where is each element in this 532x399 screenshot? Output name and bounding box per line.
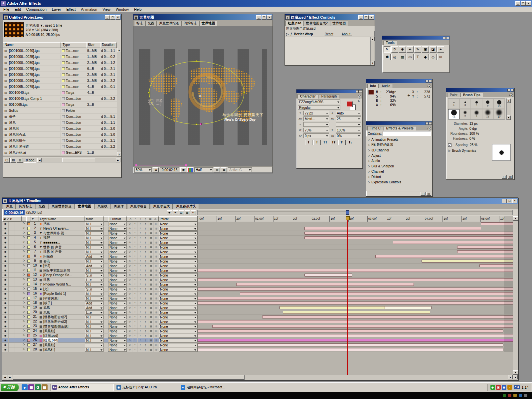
brush-property-value[interactable]: 13 px: [469, 122, 477, 125]
taskbar-task-button[interactable]: e 电白同乡论坛 - Microsof...: [179, 384, 242, 391]
layer-name-cell[interactable]: ▨ [红底.psd]: [39, 333, 85, 338]
layer-trkmat-select[interactable]: None: [108, 310, 127, 314]
app-maximize-button[interactable]: □: [521, 1, 526, 6]
layer-duration-bar[interactable]: [198, 278, 198, 281]
layer-expand-arrow[interactable]: ▷: [22, 250, 26, 254]
layer-label-swatch[interactable]: [26, 222, 31, 226]
layer-audio-toggle[interactable]: [9, 236, 15, 240]
layer-track[interactable]: [197, 301, 518, 305]
layer-trkmat-select[interactable]: None: [108, 227, 127, 231]
layer-expand-arrow[interactable]: ▷: [22, 254, 26, 259]
layer-lock-toggle[interactable]: [15, 333, 21, 338]
layer-expand-arrow[interactable]: ▷: [22, 259, 26, 263]
twirl-icon[interactable]: ▷: [368, 138, 370, 141]
layer-audio-toggle[interactable]: [9, 338, 15, 342]
layer-label-swatch[interactable]: [26, 329, 31, 333]
project-row[interactable]: ▨ Solids Folder: [3, 108, 121, 114]
layer-switches[interactable]: ⊙*/ƒ▦◎: [127, 343, 159, 347]
layer-lock-toggle[interactable]: [15, 268, 21, 273]
layer-name-cell[interactable]: T 与世界同步 视...: [39, 231, 85, 235]
layer-name-cell[interactable]: ■ [光]: [39, 287, 85, 291]
layer-expand-arrow[interactable]: ▷: [22, 282, 26, 287]
layer-parent-select[interactable]: None: [159, 334, 197, 338]
layer-duration-bar[interactable]: [198, 255, 198, 258]
tool-button[interactable]: ⊕: [399, 46, 406, 53]
layer-name-cell[interactable]: ▦ [凤凰柱]: [39, 347, 85, 352]
layer-visibility-toggle[interactable]: ◉: [2, 259, 9, 263]
layer-audio-toggle[interactable]: [9, 250, 15, 254]
layer-preserve-toggle[interactable]: [103, 254, 108, 259]
layer-trkmat-select[interactable]: None: [108, 338, 127, 342]
layer-trkmat-select[interactable]: None: [108, 306, 127, 310]
layer-lock-toggle[interactable]: [15, 324, 21, 328]
tab-time-controls[interactable]: Time C: [367, 126, 383, 130]
layer-name-cell[interactable]: ■ [Deep Orange So...: [39, 273, 85, 277]
layer-preserve-toggle[interactable]: [103, 282, 108, 287]
layer-preserve-toggle[interactable]: [103, 343, 108, 347]
layer-name[interactable]: [凤凰柱]: [43, 343, 55, 347]
layer-preserve-toggle[interactable]: [103, 222, 108, 226]
layer-duration-bar[interactable]: [198, 315, 198, 318]
project-row[interactable]: ▤ [0001000...0040].tga Tar...nce 9...MB …: [3, 48, 121, 54]
layer-duration-bar[interactable]: [198, 269, 518, 272]
timeline-toolbar-button[interactable]: ◉: [167, 210, 172, 215]
layer-lock-toggle[interactable]: [15, 240, 21, 245]
layer-preserve-toggle[interactable]: [103, 240, 108, 245]
timeline-toolbar-button[interactable]: ▦: [185, 210, 190, 215]
layer-mode-select[interactable]: Add: [85, 264, 103, 268]
label-swatch[interactable]: [62, 115, 65, 118]
fill-stroke-swatches[interactable]: ✎: [345, 100, 361, 112]
layer-expand-arrow[interactable]: ▷: [22, 347, 26, 352]
layer-visibility-toggle[interactable]: ◉: [2, 324, 9, 328]
preset-category-row[interactable]: ▷ Animation Presets: [366, 137, 432, 142]
layer-name[interactable]: 世界 的 声音: [43, 250, 62, 254]
brush-scrollbar[interactable]: ▲ ▼: [506, 99, 511, 120]
layer-label-swatch[interactable]: [26, 264, 31, 268]
layer-trkmat-select[interactable]: None: [108, 259, 127, 263]
layer-duration-bar[interactable]: [198, 329, 198, 332]
character-value-select[interactable]: 100%: [336, 128, 361, 132]
layer-label-swatch[interactable]: [26, 347, 31, 352]
layer-name[interactable]: [凤凰柱]: [43, 347, 55, 352]
layer-parent-select[interactable]: None: [159, 259, 197, 263]
layer-parent-select[interactable]: None: [159, 338, 197, 342]
layer-name[interactable]: [平转凤凰]: [43, 296, 59, 300]
layer-row[interactable]: ◉ ▷ 15 ■ [光] S..n None: [2, 287, 518, 292]
layer-lock-toggle[interactable]: [15, 278, 21, 282]
layer-lock-toggle[interactable]: [15, 347, 21, 352]
layer-lock-toggle[interactable]: [15, 343, 21, 347]
layer-trkmat-select[interactable]: None: [108, 241, 127, 245]
presets-titlebar[interactable]: [366, 121, 432, 125]
tool-button[interactable]: ⊞: [437, 54, 444, 60]
selection-handle-top[interactable]: [196, 60, 197, 62]
twirl-icon[interactable]: ▷: [448, 149, 451, 152]
project-row[interactable]: ▦ 凤凰球组合 Com...tion d 0:...:2:1: [3, 138, 121, 144]
layer-mode-select[interactable]: N..l: [85, 259, 103, 263]
type-style-button[interactable]: T: [305, 140, 312, 145]
layer-preserve-toggle[interactable]: [103, 338, 108, 342]
label-swatch[interactable]: [62, 61, 65, 64]
palette-minimize-icon[interactable]: [426, 80, 429, 83]
layer-preserve-toggle[interactable]: [103, 292, 108, 296]
layer-duration-bar[interactable]: [198, 339, 518, 342]
layer-duration-bar[interactable]: [198, 343, 198, 346]
tab-info[interactable]: Info: [367, 84, 379, 88]
layer-mode-select[interactable]: L..e: [85, 278, 103, 282]
time-ruler[interactable]: :00f10f20f01:00f10f20f02:00f10f20f03:00f…: [197, 216, 518, 222]
layer-mode-select[interactable]: S..n: [85, 287, 103, 291]
close-button[interactable]: ×: [369, 15, 374, 20]
tray-icon[interactable]: ▣: [496, 385, 501, 390]
layer-expand-arrow[interactable]: ▷: [22, 240, 26, 245]
preset-category-row[interactable]: ▷ Channel: [366, 169, 432, 174]
layer-duration-bar[interactable]: [457, 250, 518, 253]
safe-areas-icon[interactable]: ⊞: [153, 167, 159, 172]
layer-mode-select[interactable]: N..l: [85, 348, 103, 352]
layer-mode-select[interactable]: N..l: [85, 292, 103, 296]
current-time-field[interactable]: 0:00:02:16: [4, 210, 25, 215]
layer-expand-arrow[interactable]: ▷: [22, 305, 26, 310]
layer-duration-bar[interactable]: [198, 320, 198, 323]
layer-name-cell[interactable]: T New's Of Every...: [39, 226, 85, 231]
layer-track[interactable]: [197, 310, 518, 314]
layer-preserve-toggle[interactable]: [103, 315, 108, 319]
layer-label-swatch[interactable]: [26, 250, 31, 254]
